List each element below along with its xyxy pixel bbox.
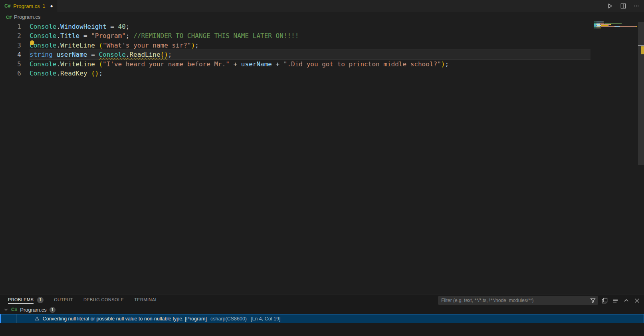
minimap-line [594,28,637,28]
line-number: 2 [0,31,21,40]
minimap[interactable] [594,22,637,29]
code-line[interactable]: 4string userName = Console.ReadLine(); [0,50,449,59]
editor-actions [606,0,640,12]
line-text[interactable]: string userName = Console.ReadLine(); [30,50,172,59]
breadcrumb: C# Program.cs [0,12,644,22]
csharp-file-icon: C# [4,3,10,9]
line-number: 6 [0,69,21,78]
tab-output[interactable]: OUTPUT [54,294,73,305]
view-as-table-icon[interactable] [601,297,608,304]
close-panel-icon[interactable] [634,297,640,304]
minimap-line [594,22,637,22]
file-problems-badge: 1 [50,307,55,313]
problems-filter [438,296,598,305]
problem-source: csharp(CS8600) [210,316,247,322]
problems-file-label: Program.cs [20,307,46,313]
breadcrumb-file[interactable]: Program.cs [14,14,40,20]
line-number: 3 [0,41,21,50]
code-line[interactable]: 5Console.WriteLine ("I've heard your nam… [0,60,449,69]
line-text[interactable]: Console.ReadKey (); [30,69,103,78]
overview-warning-marker [641,46,644,54]
problem-row[interactable]: ⚠ Converting null literal or possible nu… [0,314,644,323]
line-text[interactable]: Console.WriteLine ("I've heard your name… [30,60,449,69]
line-text[interactable]: Console.Title = "Program"; //REMINDER TO… [30,31,299,40]
lightbulb-icon[interactable] [30,40,34,45]
vscode-window: C# Program.cs 1 ● C# Program.cs 1Console… [0,0,644,336]
problem-position: [Ln 4, Col 19] [251,316,280,322]
line-text[interactable]: Console.WindowHeight = 40; [30,22,129,31]
tab-terminal-label: TERMINAL [134,295,158,305]
tab-output-label: OUTPUT [54,295,73,305]
code-line[interactable]: 6Console.ReadKey (); [0,69,449,78]
tab-problems-label: PROBLEMS [8,295,34,305]
tab-problem-count: 1 [43,3,46,9]
chevron-down-icon[interactable] [4,307,8,312]
editor-tab-bar: C# Program.cs 1 ● [0,0,644,12]
scrollbar[interactable] [638,22,644,165]
split-editor-icon[interactable] [620,2,627,10]
tab-program-cs[interactable]: C# Program.cs 1 ● [0,0,58,12]
tab-terminal[interactable]: TERMINAL [134,294,158,305]
overview-cursor-marker [638,45,644,46]
line-number: 1 [0,22,21,31]
minimap-line [594,23,637,24]
problems-count-badge: 1 [37,297,44,303]
problem-message: Converting null literal or possible null… [43,316,207,322]
minimap-line [594,26,637,27]
minimap-line [594,25,637,26]
problems-file-row[interactable]: C# Program.cs 1 [0,305,55,314]
indent-guide [16,314,17,323]
csharp-file-icon: C# [6,15,12,20]
tab-problems[interactable]: PROBLEMS 1 [8,294,44,305]
tab-label: Program.cs [13,3,40,9]
collapse-all-icon[interactable] [612,297,618,304]
maximize-panel-icon[interactable] [623,297,629,304]
panel-tab-bar: PROBLEMS 1 OUTPUT DEBUG CONSOLE TERMINAL [0,294,158,305]
code-line[interactable]: 2Console.Title = "Program"; //REMINDER T… [0,31,449,40]
line-number: 5 [0,60,21,69]
csharp-file-icon: C# [11,307,17,312]
code-line[interactable]: 1Console.WindowHeight = 40; [0,22,449,31]
code-line[interactable]: 3Console.WriteLine ("What's your name si… [0,41,449,50]
filter-funnel-icon [590,298,598,303]
panel-toolbar [601,296,640,305]
line-text[interactable]: Console.WriteLine ("What's your name sir… [30,41,199,50]
bottom-panel: PROBLEMS 1 OUTPUT DEBUG CONSOLE TERMINAL [0,294,644,336]
code-lines: 1Console.WindowHeight = 40;2Console.Titl… [0,22,449,78]
modified-dot-icon[interactable]: ● [50,4,53,8]
run-button[interactable] [606,2,614,10]
minimap-line [594,24,637,25]
line-number: 4 [0,50,21,59]
tab-debug-console-label: DEBUG CONSOLE [83,295,124,305]
more-actions-icon[interactable] [633,2,640,10]
tab-debug-console[interactable]: DEBUG CONSOLE [83,294,124,305]
warning-icon: ⚠ [35,316,40,321]
filter-input[interactable] [438,298,590,303]
